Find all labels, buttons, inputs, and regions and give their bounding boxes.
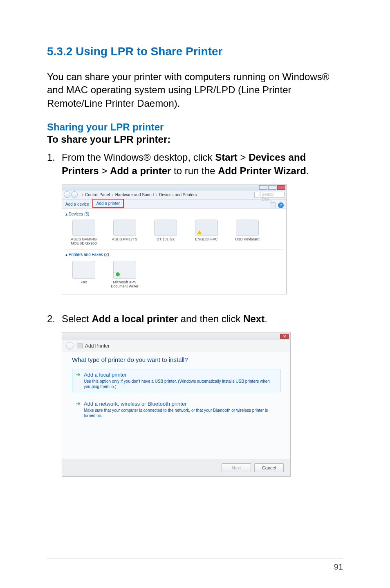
printer-icon <box>77 343 83 348</box>
option-local-printer[interactable]: ➔ Add a local printer Use this option on… <box>72 369 280 392</box>
fax-icon <box>72 261 95 279</box>
mouse-icon <box>72 220 95 236</box>
printer-item[interactable]: Fax <box>68 261 100 288</box>
option-desc: Use this option only if you don't have a… <box>84 379 277 389</box>
search-input[interactable]: Search Dev... <box>260 192 285 197</box>
printers-group-title: ▴ Printers and Faxes (2) <box>65 251 283 258</box>
devices-row: ASUS GAMING MOUSE GX950 ASUS PM17TS DT 1… <box>65 218 283 249</box>
close-button[interactable]: ✕ <box>280 334 289 339</box>
printer-icon <box>113 261 136 279</box>
window-titlebar <box>62 184 286 191</box>
maximize-button[interactable] <box>268 185 276 190</box>
device-item[interactable]: USB Keyboard <box>231 220 263 245</box>
breadcrumb[interactable]: › Control Panel › Hardware and Sound › D… <box>81 193 197 197</box>
window-title: Add Printer <box>85 343 110 349</box>
cancel-button[interactable]: Cancel <box>254 463 284 472</box>
option-title: Add a local printer <box>84 372 277 378</box>
step-2: 2. Select Add a local printer and then c… <box>47 312 343 325</box>
wizard-question: What type of printer do you want to inst… <box>72 356 280 363</box>
sharing-heading: Sharing your LPR printer <box>47 121 343 133</box>
option-title: Add a network, wireless or Bluetooth pri… <box>84 401 277 407</box>
section-title: Using LPR to Share Printer <box>76 45 222 58</box>
warning-icon <box>197 230 202 234</box>
add-printer-link[interactable]: Add a printer <box>92 199 124 208</box>
step-2-body: Select Add a local printer and then clic… <box>62 312 343 325</box>
device-item[interactable]: DT 101 G2 <box>150 220 182 245</box>
arrow-icon: ➔ <box>76 372 81 389</box>
drive-icon <box>154 220 177 236</box>
option-network-printer[interactable]: ➔ Add a network, wireless or Bluetooth p… <box>72 398 280 421</box>
add-device-link[interactable]: Add a device <box>62 200 92 208</box>
option-desc: Make sure that your computer is connecte… <box>84 408 277 418</box>
back-button[interactable] <box>66 342 74 350</box>
toolbar: Add a device Add a printer ? <box>62 200 286 209</box>
help-icon[interactable]: ? <box>278 202 284 208</box>
device-item[interactable]: ASUS GAMING MOUSE GX950 <box>68 220 100 245</box>
step-1-body: From the Windows® desktop, click Start >… <box>62 151 343 177</box>
forward-button[interactable] <box>71 191 78 198</box>
intro-paragraph: You can share your printer with computer… <box>47 70 343 110</box>
keyboard-icon <box>236 220 259 236</box>
printer-item[interactable]: Microsoft XPS Document Writer <box>109 261 141 288</box>
step-1: 1. From the Windows® desktop, click Star… <box>47 151 343 177</box>
minimize-button[interactable] <box>259 185 267 190</box>
nav-row: › Control Panel › Hardware and Sound › D… <box>62 191 286 200</box>
page-footer: 91 <box>47 559 343 572</box>
address-dropdown[interactable] <box>254 192 259 197</box>
monitor-icon <box>113 220 136 236</box>
pc-icon <box>195 220 218 236</box>
header-row: Add Printer <box>62 340 290 352</box>
step-1-number: 1. <box>47 151 62 177</box>
devices-group-title: ▴ Devices (5) <box>65 210 283 218</box>
back-button[interactable] <box>64 191 70 198</box>
arrow-icon: ➔ <box>76 401 81 418</box>
device-item[interactable]: ENGLISH-PC <box>191 220 222 245</box>
page-number: 91 <box>334 562 343 571</box>
view-options-button[interactable] <box>270 202 276 208</box>
section-heading: 5.3.2 Using LPR to Share Printer <box>47 45 343 58</box>
section-number: 5.3.2 <box>47 45 72 58</box>
device-item[interactable]: ASUS PM17TS <box>109 220 141 245</box>
add-printer-window: ✕ Add Printer What type of printer do yo… <box>62 332 291 477</box>
close-button[interactable] <box>277 185 285 190</box>
step-2-number: 2. <box>47 312 62 325</box>
to-share-subheading: To share your LPR printer: <box>47 134 343 145</box>
wizard-footer: Next Cancel <box>62 459 290 476</box>
devices-and-printers-window: › Control Panel › Hardware and Sound › D… <box>62 184 287 294</box>
next-button[interactable]: Next <box>222 463 251 472</box>
window-titlebar: ✕ <box>62 332 290 340</box>
